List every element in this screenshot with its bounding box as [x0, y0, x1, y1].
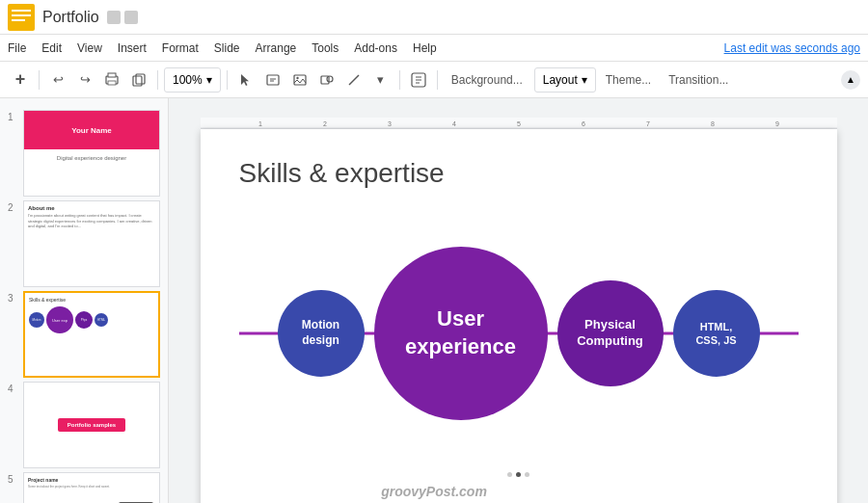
text-box-tool[interactable]	[260, 67, 285, 93]
toolbar-right: ▲	[841, 70, 860, 90]
slide-preview-4[interactable]: Portfolio samples	[23, 382, 160, 468]
svg-text:9: 9	[775, 120, 779, 127]
menu-help[interactable]: Help	[413, 41, 437, 55]
svg-rect-6	[108, 81, 116, 85]
menu-file[interactable]: File	[8, 41, 26, 55]
title-controls	[107, 11, 138, 24]
svg-rect-3	[12, 19, 25, 21]
insert-link-button[interactable]	[406, 67, 431, 93]
menu-slide[interactable]: Slide	[214, 41, 240, 55]
slide-thumbnail-2[interactable]: 2 About me I'm passionate about writing …	[8, 200, 160, 287]
title-bar: Portfolio	[0, 0, 868, 35]
layout-dropdown[interactable]: Layout ▾	[534, 67, 596, 93]
svg-text:5: 5	[517, 120, 521, 127]
line-chevron[interactable]: ▾	[368, 67, 393, 93]
toolbar-separator-3	[227, 70, 228, 90]
menu-insert[interactable]: Insert	[118, 41, 147, 55]
slide-preview-1[interactable]: Your Name Digital experience designer	[23, 110, 160, 197]
svg-point-15	[327, 76, 333, 82]
move-button[interactable]	[124, 11, 138, 24]
add-slide-button[interactable]: +	[8, 67, 33, 93]
menu-bar: File Edit View Insert Format Slide Arran…	[0, 35, 868, 62]
format-copy-button[interactable]	[126, 67, 151, 93]
canvas-area[interactable]: 1 2 3 4 5 6 7 8 9 Skills & expertise	[169, 98, 868, 503]
collapse-toolbar-button[interactable]: ▲	[841, 70, 860, 90]
main-content: 1 Your Name Digital experience designer …	[0, 98, 868, 503]
menu-view[interactable]: View	[77, 41, 102, 55]
menu-arrange[interactable]: Arrange	[256, 41, 297, 55]
svg-text:1: 1	[258, 120, 262, 127]
svg-text:6: 6	[582, 120, 585, 127]
last-edit-indicator: Last edit was seconds ago	[724, 41, 860, 55]
slide-thumbnail-3[interactable]: 3 Skills & expertise Motion User exp Phy…	[8, 291, 160, 378]
menu-edit[interactable]: Edit	[41, 41, 62, 55]
toolbar: + ↩ ↪ 100% ▾ ▾ Background... Layout ▾ Th…	[0, 62, 868, 98]
svg-rect-1	[12, 10, 31, 12]
image-tool[interactable]	[287, 67, 312, 93]
svg-rect-2	[12, 14, 31, 16]
slides-panel: 1 Your Name Digital experience designer …	[0, 98, 169, 503]
slide-preview-2[interactable]: About me I'm passionate about writing gr…	[23, 200, 160, 287]
svg-rect-5	[108, 73, 116, 77]
select-tool[interactable]	[233, 67, 258, 93]
zoom-value: 100%	[173, 73, 203, 87]
svg-rect-0	[8, 4, 35, 31]
line-tool[interactable]	[341, 67, 366, 93]
shape-tool[interactable]	[314, 67, 339, 93]
slide-title: Skills & expertise	[239, 158, 799, 189]
svg-text:8: 8	[711, 120, 715, 127]
svg-text:3: 3	[388, 120, 392, 127]
menu-addons[interactable]: Add-ons	[354, 41, 397, 55]
slide-preview-3[interactable]: Skills & expertise Motion User exp Phys …	[23, 291, 160, 378]
physical-computing-label: PhysicalComputing	[577, 317, 643, 350]
print-button[interactable]	[99, 67, 124, 93]
user-experience-label: Userexperience	[405, 305, 516, 360]
physical-computing-circle: PhysicalComputing	[557, 280, 664, 386]
scroll-indicator	[201, 472, 837, 477]
star-button[interactable]	[107, 11, 121, 24]
svg-line-16	[349, 75, 359, 85]
html-css-js-label: HTML,CSS, JS	[695, 320, 736, 348]
motion-design-label: Motiondesign	[302, 318, 339, 348]
watermark: groovyPost.com	[381, 484, 487, 499]
svg-point-13	[296, 76, 298, 78]
slide-thumbnail-1[interactable]: 1 Your Name Digital experience designer	[8, 110, 160, 197]
zoom-dropdown[interactable]: 100% ▾	[164, 67, 221, 93]
horizontal-ruler: 1 2 3 4 5 6 7 8 9	[201, 118, 837, 129]
undo-button[interactable]: ↩	[45, 67, 70, 93]
zoom-chevron: ▾	[206, 73, 212, 87]
slide-preview-5[interactable]: Project name Some text about the project…	[23, 472, 160, 503]
slide-thumbnail-4[interactable]: 4 Portfolio samples	[8, 382, 160, 468]
theme-button[interactable]: Theme...	[598, 67, 659, 93]
svg-rect-9	[267, 75, 279, 85]
motion-design-circle: Motiondesign	[278, 290, 365, 377]
document-title[interactable]: Portfolio	[42, 9, 99, 26]
app-icon	[8, 4, 35, 31]
svg-text:4: 4	[452, 120, 456, 127]
menu-tools[interactable]: Tools	[312, 41, 339, 55]
redo-button[interactable]: ↪	[72, 67, 97, 93]
html-css-js-circle: HTML,CSS, JS	[673, 290, 760, 377]
svg-text:7: 7	[646, 120, 650, 127]
slide-canvas[interactable]: Skills & expertise Motiondesign Userexpe…	[201, 129, 837, 503]
toolbar-separator-2	[157, 70, 158, 90]
menu-format[interactable]: Format	[162, 41, 199, 55]
svg-text:2: 2	[323, 120, 327, 127]
slide-thumbnail-5[interactable]: 5 Project name Some text about the proje…	[8, 472, 160, 503]
toolbar-separator-4	[399, 70, 400, 90]
toolbar-separator-1	[39, 70, 40, 90]
toolbar-separator-5	[437, 70, 438, 90]
slide-content: Skills & expertise Motiondesign Userexpe…	[201, 129, 837, 468]
background-button[interactable]: Background...	[444, 67, 530, 93]
skills-diagram: Motiondesign Userexperience PhysicalComp…	[239, 227, 799, 439]
user-experience-circle: Userexperience	[374, 247, 548, 420]
transition-button[interactable]: Transition...	[661, 67, 736, 93]
